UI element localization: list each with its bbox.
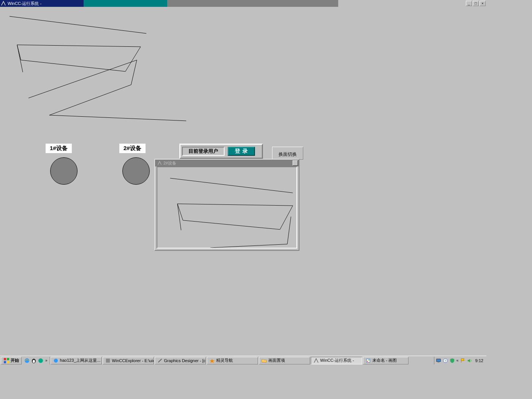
current-user-button[interactable]: 目前登录用户 bbox=[182, 147, 225, 156]
mspaint-icon bbox=[366, 358, 371, 363]
subwindow-device2[interactable]: 2#设备 × bbox=[154, 159, 299, 251]
titlebar: WinCC-运行系统 - _ □ × bbox=[0, 0, 486, 7]
task-item-4[interactable]: 画面置项 bbox=[259, 357, 310, 364]
window-title: WinCC-运行系统 - bbox=[8, 1, 41, 6]
login-button[interactable]: 登录 bbox=[228, 147, 255, 156]
svg-rect-3 bbox=[7, 358, 9, 360]
device-1-label: 1#设备 bbox=[46, 144, 72, 153]
svg-rect-11 bbox=[106, 358, 110, 363]
start-label: 开始 bbox=[11, 358, 19, 363]
subwindow-sketch bbox=[157, 167, 296, 248]
task-item-6[interactable]: 未命名 - 画图 bbox=[363, 357, 408, 364]
quick-launch: » bbox=[22, 357, 50, 364]
desktop-icon[interactable] bbox=[436, 358, 441, 363]
system-tray: ? « 9:12 bbox=[434, 357, 486, 364]
device-1-indicator[interactable] bbox=[50, 157, 78, 185]
task-item-1[interactable]: WinCCExplorer - E:\uio... bbox=[103, 357, 154, 364]
svg-point-6 bbox=[25, 358, 29, 363]
svg-rect-16 bbox=[437, 359, 441, 361]
svg-point-14 bbox=[367, 361, 368, 362]
switch-button[interactable]: 换面切换 bbox=[279, 151, 297, 158]
svg-point-10 bbox=[54, 358, 58, 363]
app-icon bbox=[1, 1, 6, 6]
subwindow-title: 2#设备 bbox=[163, 160, 176, 166]
titlebar-rest bbox=[338, 0, 466, 7]
start-button[interactable]: 开始 bbox=[1, 357, 22, 364]
task-item-2[interactable]: Graphics Designer - [co... bbox=[155, 357, 206, 364]
switch-panel: 换面切换 bbox=[272, 147, 303, 160]
wincc-explorer-icon bbox=[105, 358, 111, 363]
ie-icon[interactable] bbox=[24, 358, 30, 364]
graphics-designer-icon bbox=[157, 358, 163, 363]
volume-icon[interactable] bbox=[467, 358, 472, 363]
windows-logo-icon bbox=[3, 358, 10, 364]
svg-rect-13 bbox=[366, 359, 370, 362]
folder-icon bbox=[261, 358, 267, 363]
subwindow-app-icon bbox=[157, 161, 162, 165]
svg-text:?: ? bbox=[445, 359, 446, 363]
shield-icon[interactable] bbox=[450, 358, 455, 363]
svg-point-8 bbox=[33, 360, 35, 363]
browser-icon[interactable] bbox=[38, 358, 44, 364]
help-icon[interactable]: ? bbox=[443, 358, 448, 363]
minimize-button[interactable]: _ bbox=[466, 1, 472, 6]
svg-rect-2 bbox=[4, 358, 6, 360]
subwindow-body bbox=[157, 166, 297, 249]
subwindow-close-button[interactable]: × bbox=[293, 160, 298, 166]
penguin-icon[interactable] bbox=[31, 358, 37, 364]
task-item-5[interactable]: WinCC-运行系统 - bbox=[311, 357, 362, 364]
svg-rect-5 bbox=[7, 361, 9, 363]
flag-icon[interactable] bbox=[460, 358, 466, 363]
titlebar-segment-gray bbox=[167, 0, 338, 7]
ie-page-icon bbox=[53, 358, 59, 363]
quick-launch-chevron[interactable]: » bbox=[44, 358, 48, 363]
tray-chevron[interactable]: « bbox=[456, 358, 459, 363]
login-panel: 目前登录用户 登录 bbox=[179, 144, 263, 159]
subwindow-titlebar[interactable]: 2#设备 × bbox=[155, 160, 299, 166]
window-controls: _ □ × bbox=[466, 0, 486, 7]
svg-rect-4 bbox=[4, 361, 6, 363]
task-item-3[interactable]: 精灵导航 bbox=[207, 357, 258, 364]
titlebar-active[interactable]: WinCC-运行系统 - bbox=[0, 0, 84, 7]
svg-line-0 bbox=[10, 16, 146, 33]
maximize-button[interactable]: □ bbox=[473, 1, 479, 6]
svg-point-9 bbox=[38, 358, 43, 363]
wincc-runtime-icon bbox=[314, 358, 319, 363]
wizard-icon bbox=[209, 358, 215, 363]
taskbar: 开始 » hao123_上网从这里... WinCCExplorer - E:\… bbox=[0, 356, 486, 365]
canvas-sketch bbox=[0, 7, 342, 159]
clock[interactable]: 9:12 bbox=[474, 358, 485, 363]
svg-point-15 bbox=[368, 359, 369, 360]
close-button[interactable]: × bbox=[480, 1, 486, 6]
svg-rect-17 bbox=[437, 362, 439, 363]
device-2-label: 2#设备 bbox=[119, 144, 146, 153]
svg-line-1 bbox=[170, 178, 293, 193]
titlebar-segment-teal bbox=[84, 0, 167, 7]
task-item-0[interactable]: hao123_上网从这里... bbox=[51, 357, 102, 364]
device-2-indicator[interactable] bbox=[122, 157, 150, 185]
svg-marker-12 bbox=[209, 358, 214, 363]
